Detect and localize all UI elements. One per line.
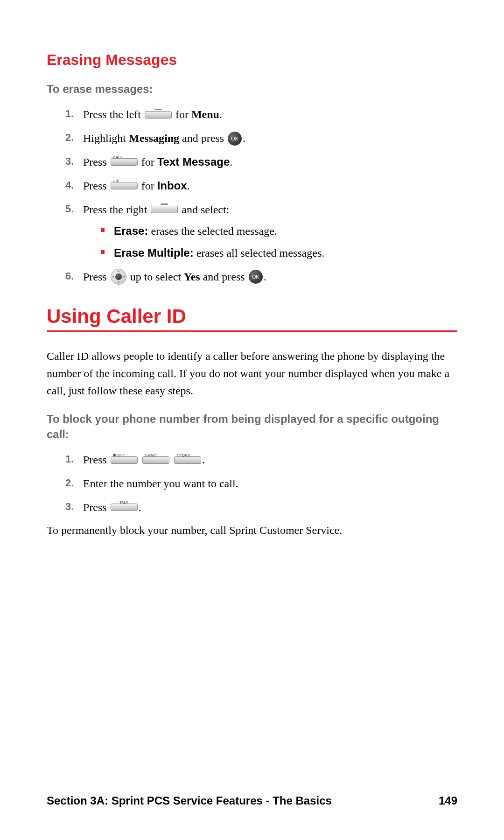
text: Press <box>83 454 110 466</box>
erase-options: Erase: erases the selected message. Eras… <box>101 222 457 263</box>
step-1: Press ✱ Shift 6 MNO 7 PQRS. <box>65 450 457 469</box>
heading-rule <box>47 330 457 332</box>
text: Press <box>83 156 110 168</box>
erase-multiple-label: Erase Multiple: <box>114 246 194 259</box>
text: . <box>230 156 232 168</box>
key-2abc-icon: 2 ABC <box>111 158 138 166</box>
text: Press <box>83 271 110 283</box>
text: Enter the number you want to call. <box>83 477 238 490</box>
messaging-label: Messaging <box>129 132 179 144</box>
footer-section: Section 3A: Sprint PCS Service Features … <box>47 794 332 807</box>
text-message-label: Text Message <box>157 155 230 168</box>
step-6: Press up to select Yes and press OK. <box>65 267 457 287</box>
text: for <box>141 156 157 168</box>
key-talk-icon: TALK <box>111 504 138 511</box>
key-star-icon: ✱ Shift <box>111 456 138 464</box>
inbox-label: Inbox <box>157 179 187 192</box>
key-label: 2 ABC <box>113 154 124 161</box>
callerid-permanent-note: To permanently block your number, call S… <box>47 522 457 539</box>
text: erases the selected message. <box>148 225 277 237</box>
step-2: Highlight Messaging and press OK. <box>65 129 457 148</box>
key-label: 1 ✉ <box>113 178 119 184</box>
text: . <box>243 132 245 144</box>
text: and select: <box>182 203 229 216</box>
text: Press <box>83 501 110 513</box>
text: Press <box>83 180 110 192</box>
step-4: Press 1 ✉ for Inbox. <box>65 176 457 196</box>
steps-callerid: Press ✱ Shift 6 MNO 7 PQRS. Enter the nu… <box>65 450 457 517</box>
text: for <box>141 180 157 192</box>
main-heading-callerid: Using Caller ID <box>47 305 457 328</box>
key-label: 6 MNO <box>145 452 156 459</box>
text: up to select <box>130 271 184 283</box>
text: for <box>175 108 191 120</box>
text: . <box>264 271 266 283</box>
text: and press <box>203 271 248 283</box>
key-7-icon: 7 PQRS <box>174 456 201 464</box>
subheading-block: To block your phone number from being di… <box>47 412 457 442</box>
bullet-erase: Erase: erases the selected message. <box>101 222 457 241</box>
section-heading-erasing: Erasing Messages <box>47 51 457 69</box>
text: Press the left <box>83 108 144 120</box>
page-footer: Section 3A: Sprint PCS Service Features … <box>47 794 457 807</box>
key-label: 7 PQRS <box>176 452 190 459</box>
key-1-icon: 1 ✉ <box>111 182 138 189</box>
text: Press the right <box>83 203 150 216</box>
text: erases all selected messages. <box>194 247 325 259</box>
steps-erasing: Press the left for Menu. Highlight Messa… <box>65 105 457 286</box>
menu-label: Menu <box>191 108 219 120</box>
text: . <box>219 108 222 120</box>
step-3: Press TALK. <box>65 498 457 517</box>
text: . <box>139 501 141 513</box>
ok-button-icon: OK <box>249 270 263 284</box>
softkey-right-icon <box>151 206 178 213</box>
text: Highlight <box>83 132 129 144</box>
key-6-icon: 6 MNO <box>142 456 169 464</box>
step-3: Press 2 ABC for Text Message. <box>65 153 457 172</box>
key-label: ✱ Shift <box>113 452 125 459</box>
text: . <box>187 180 190 192</box>
step-2: Enter the number you want to call. <box>65 474 457 493</box>
softkey-left-icon <box>145 111 172 119</box>
bullet-erase-multiple: Erase Multiple: erases all selected mess… <box>101 244 457 263</box>
nav-pad-icon <box>111 269 126 285</box>
step-1: Press the left for Menu. <box>65 105 457 124</box>
step-5: Press the right and select: Erase: erase… <box>65 200 457 263</box>
key-label: TALK <box>119 499 128 506</box>
footer-page-number: 149 <box>439 794 457 807</box>
callerid-description: Caller ID allows people to identify a ca… <box>47 348 457 400</box>
text: . <box>202 454 205 466</box>
erase-label: Erase: <box>114 224 148 237</box>
yes-label: Yes <box>184 271 200 283</box>
subheading-erase: To erase messages: <box>47 82 457 97</box>
text: and press <box>182 132 227 144</box>
ok-button-icon: OK <box>228 132 242 146</box>
